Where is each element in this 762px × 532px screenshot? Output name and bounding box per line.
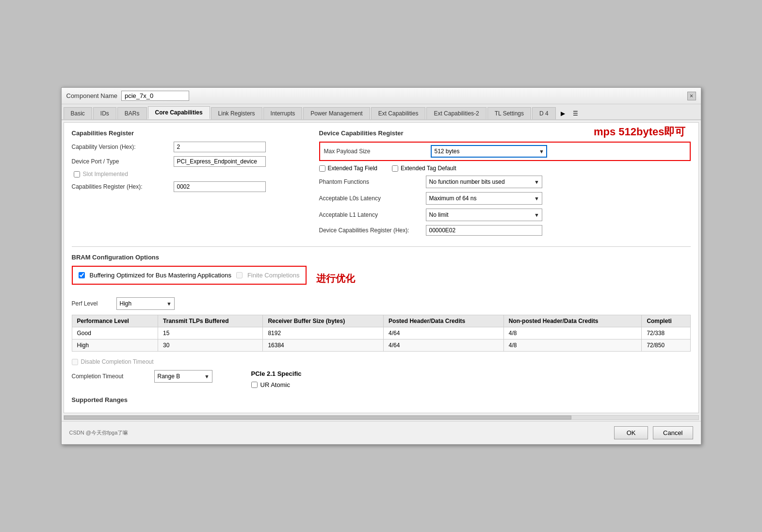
tab-ext-capabilities[interactable]: Ext Capabilities <box>371 107 426 119</box>
disable-completion-row: Disable Completion Timeout <box>72 358 691 365</box>
content-area: Capabilities Register Capability Version… <box>64 122 699 413</box>
finite-completions-label: Finite Completions <box>247 272 300 279</box>
ur-atomic-row: UR Atomic <box>251 381 302 388</box>
l1-latency-label: Acceptable L1 Latency <box>319 211 426 218</box>
tab-d4[interactable]: D 4 <box>532 107 556 119</box>
ur-atomic-label: UR Atomic <box>260 381 290 388</box>
ext-tag-row: Extended Tag Field Extended Tag Default <box>319 165 691 172</box>
device-port-label: Device Port / Type <box>72 158 174 165</box>
max-payload-select-wrapper: 512 bytes 128 bytes 256 bytes 1024 bytes… <box>431 145 547 158</box>
optimization-annotation: 进行优化 <box>316 272 355 285</box>
capabilities-register-title: Capabilities Register <box>72 129 305 137</box>
tab-more-button[interactable]: ▶ <box>557 108 569 119</box>
phantom-functions-label: Phantom Functions <box>319 178 426 185</box>
close-button[interactable]: × <box>687 92 696 100</box>
slot-implemented-label: Slot Implemented <box>83 171 128 177</box>
ext-tag-default-checkbox[interactable] <box>392 165 398 172</box>
bram-title: BRAM Configuration Options <box>72 254 691 261</box>
l1-latency-select[interactable]: No limit <box>426 209 542 221</box>
completion-timeout-label: Completion Timeout <box>72 373 149 380</box>
row2-posted: 4/64 <box>384 339 504 352</box>
watermark: CSDN @今天你fpga了嘛 <box>69 429 129 436</box>
disable-completion-checkbox[interactable] <box>72 359 78 365</box>
tab-bar: Basic IDs BARs Core Capabilities Link Re… <box>62 104 701 120</box>
bottom-bar: CSDN @今天你fpga了嘛 OK Cancel <box>62 421 701 444</box>
phantom-functions-row: Phantom Functions No function number bit… <box>319 176 691 188</box>
scrollbar-thumb <box>64 416 571 419</box>
tab-core-capabilities[interactable]: Core Capabilities <box>148 106 210 119</box>
cap-reg-hex-row: Capabilities Register (Hex): <box>72 181 305 192</box>
ext-tag-field-label: Extended Tag Field <box>328 165 378 172</box>
mps-annotation: mps 512bytes即可 <box>594 125 686 139</box>
ext-tag-default-label: Extended Tag Default <box>401 165 456 172</box>
ur-atomic-checkbox[interactable] <box>251 382 258 388</box>
tab-ids[interactable]: IDs <box>93 107 116 119</box>
tab-basic[interactable]: Basic <box>64 107 92 119</box>
cap-version-label: Capability Version (Hex): <box>72 144 174 150</box>
completion-timeout-select[interactable]: Range B <box>154 370 212 383</box>
completion-timeout-section: Completion Timeout Range B ▼ <box>72 370 212 387</box>
buffering-checkbox[interactable] <box>79 272 85 278</box>
cap-reg-hex-input[interactable] <box>174 181 266 192</box>
perf-level-row: Perf Level High Good ▼ <box>72 297 691 310</box>
tab-link-registers[interactable]: Link Registers <box>211 107 262 119</box>
row1-posted: 4/64 <box>384 327 504 339</box>
tab-bars[interactable]: BARs <box>117 107 147 119</box>
max-payload-select[interactable]: 512 bytes 128 bytes 256 bytes 1024 bytes <box>431 145 547 158</box>
horizontal-scrollbar[interactable] <box>64 415 699 420</box>
tab-interrupts[interactable]: Interrupts <box>263 107 303 119</box>
perf-select-wrapper: High Good ▼ <box>116 297 175 310</box>
row2-nonposted: 4/8 <box>503 339 642 352</box>
table-header-perf-level: Performance Level <box>72 315 158 327</box>
ext-tag-default-item: Extended Tag Default <box>392 165 456 172</box>
row2-completi: 72/850 <box>642 339 690 352</box>
tab-power-management[interactable]: Power Management <box>303 107 370 119</box>
ext-tag-field-checkbox[interactable] <box>319 165 325 172</box>
dev-cap-hex-input[interactable] <box>426 225 542 236</box>
table-row: Good 15 8192 4/64 4/8 72/338 <box>72 327 690 339</box>
bram-section: BRAM Configuration Options Buffering Opt… <box>72 254 691 352</box>
perf-level-label: Perf Level <box>72 300 111 307</box>
perf-level-select[interactable]: High Good <box>116 297 175 310</box>
row2-receiver: 16384 <box>263 339 384 352</box>
dialog-window: Component Name × Basic IDs BARs Core Cap… <box>61 87 701 445</box>
title-bar: Component Name × <box>62 88 701 104</box>
tab-tl-settings[interactable]: TL Settings <box>487 107 531 119</box>
ok-button[interactable]: OK <box>614 426 648 439</box>
table-header-completi: Completi <box>642 315 690 327</box>
l1-select-wrapper: No limit ▼ <box>426 209 542 221</box>
component-name-label: Component Name <box>66 92 118 99</box>
tab-ext-capabilities-2[interactable]: Ext Capabilities-2 <box>426 107 486 119</box>
l1-latency-row: Acceptable L1 Latency No limit ▼ <box>319 209 691 221</box>
dev-cap-hex-label: Device Capabilities Register (Hex): <box>319 227 426 234</box>
bottom-section: Disable Completion Timeout Completion Ti… <box>72 358 691 403</box>
completion-select-wrapper: Range B ▼ <box>154 370 212 383</box>
bram-highlight-box: Buffering Optimized for Bus Mastering Ap… <box>72 266 307 285</box>
phantom-functions-select[interactable]: No function number bits used <box>426 176 542 188</box>
supported-ranges-title: Supported Ranges <box>72 396 691 403</box>
l0s-latency-label: Acceptable L0s Latency <box>319 195 426 202</box>
device-port-input[interactable] <box>174 156 266 167</box>
row1-completi: 72/338 <box>642 327 690 339</box>
row2-perf-level: High <box>72 339 158 352</box>
slot-implemented-checkbox[interactable] <box>74 171 80 177</box>
component-name-input[interactable] <box>121 91 189 101</box>
finite-completions-checkbox[interactable] <box>236 272 243 278</box>
table-header-nonposted: Non-posted Header/Data Credits <box>503 315 642 327</box>
l0s-select-wrapper: Maximum of 64 ns ▼ <box>426 192 542 205</box>
tab-menu-button[interactable]: ☰ <box>569 108 582 119</box>
max-payload-row: Max Payload Size 512 bytes 128 bytes 256… <box>319 142 691 161</box>
l0s-latency-select[interactable]: Maximum of 64 ns <box>426 192 542 205</box>
cancel-button[interactable]: Cancel <box>653 426 693 439</box>
performance-table: Performance Level Transmit TLPs Buffered… <box>72 315 691 352</box>
table-header-transmit: Transmit TLPs Buffered <box>158 315 263 327</box>
device-port-row: Device Port / Type <box>72 156 305 167</box>
phantom-select-wrapper: No function number bits used ▼ <box>426 176 542 188</box>
right-column: mps 512bytes即可 Device Capabilities Regis… <box>319 129 691 240</box>
main-content: Capabilities Register Capability Version… <box>62 122 701 420</box>
row1-transmit: 15 <box>158 327 263 339</box>
max-payload-label: Max Payload Size <box>324 148 431 155</box>
disable-completion-label: Disable Completion Timeout <box>81 358 154 365</box>
completion-timeout-row: Completion Timeout Range B ▼ <box>72 370 212 383</box>
cap-version-input[interactable] <box>174 142 266 152</box>
